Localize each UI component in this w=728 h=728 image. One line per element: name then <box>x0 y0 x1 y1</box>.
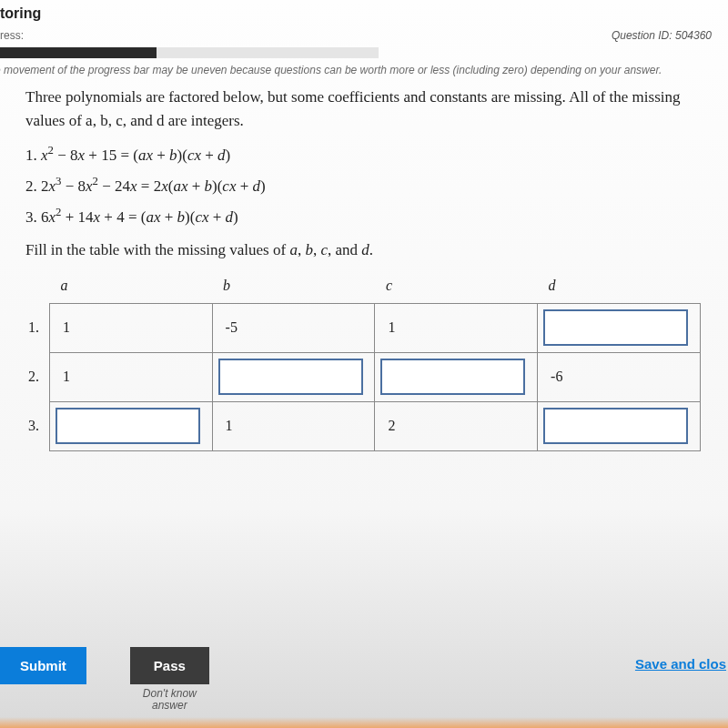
pass-group: Pass Don't knowanswer <box>130 647 209 712</box>
cell-3-c: 2 <box>380 418 395 433</box>
cell-2-b-input[interactable] <box>218 359 363 395</box>
cell-2-c-input[interactable] <box>380 359 525 395</box>
equation-1: 1. x2 − 8x + 15 = (ax + b)(cx + d) <box>25 139 710 170</box>
page-title: toring <box>0 4 728 24</box>
fill-instruction: Fill in the table with the missing value… <box>25 241 710 259</box>
equation-2: 2. 2x3 − 8x2 − 24x = 2x(ax + b)(cx + d) <box>25 170 710 201</box>
answer-table: a b c d 1. 1 -5 1 <box>49 272 701 451</box>
header: toring ress: Question ID: 504360 e movem… <box>0 0 728 86</box>
cell-1-c: 1 <box>380 319 395 335</box>
col-header-b: b <box>212 272 375 304</box>
cell-3-a-input[interactable] <box>56 408 200 444</box>
cell-1-a: 1 <box>56 319 70 335</box>
table-row: 3. 1 2 <box>50 401 701 450</box>
progress-bar <box>0 47 379 58</box>
pass-caption: Don't knowanswer <box>143 688 197 712</box>
footer: Submit Pass Don't knowanswer Save and cl… <box>0 647 728 712</box>
pass-button[interactable]: Pass <box>130 647 209 684</box>
question-prompt: Three polynomials are factored below, bu… <box>25 86 710 132</box>
bottom-glow <box>0 717 728 728</box>
cell-1-d-input[interactable] <box>543 309 688 346</box>
progress-fill <box>0 47 157 58</box>
equation-list: 1. x2 − 8x + 15 = (ax + b)(cx + d) 2. 2x… <box>25 139 710 232</box>
table-row: 1. 1 -5 1 <box>50 303 701 352</box>
row-number: 3. <box>28 418 39 434</box>
cell-3-b: 1 <box>218 418 233 433</box>
row-number: 2. <box>28 369 39 385</box>
app-screen: toring ress: Question ID: 504360 e movem… <box>0 0 728 728</box>
save-and-close-link[interactable]: Save and clos <box>635 647 726 672</box>
question-id: Question ID: 504360 <box>612 29 712 42</box>
cell-1-b: -5 <box>218 319 238 335</box>
equation-3: 3. 6x2 + 14x + 4 = (ax + b)(cx + d) <box>25 201 710 232</box>
submit-button[interactable]: Submit <box>0 647 86 684</box>
cell-2-a: 1 <box>56 369 70 384</box>
cell-3-d-input[interactable] <box>543 408 688 444</box>
progress-label: ress: <box>0 29 24 42</box>
question-content: Three polynomials are factored below, bu… <box>0 86 728 451</box>
table-row: 2. 1 -6 <box>50 352 701 401</box>
progress-note: e movement of the progress bar may be un… <box>0 58 728 86</box>
col-header-d: d <box>538 272 701 304</box>
row-number: 1. <box>28 319 39 336</box>
col-header-c: c <box>375 272 538 304</box>
progress-row: ress: Question ID: 504360 <box>0 24 728 47</box>
cell-2-d: -6 <box>543 369 562 384</box>
col-header-a: a <box>50 272 213 304</box>
